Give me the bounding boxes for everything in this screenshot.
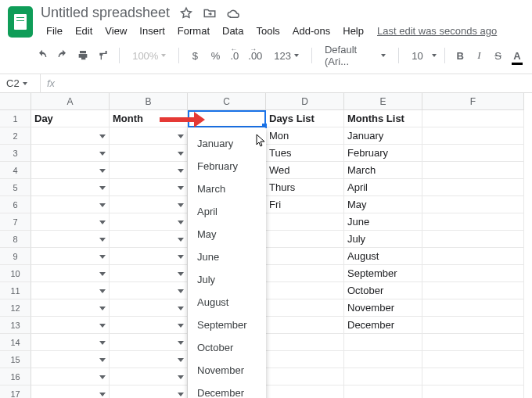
paint-format-button[interactable] bbox=[95, 47, 111, 64]
dropdown-arrow-icon[interactable] bbox=[99, 289, 106, 293]
number-format-select[interactable]: 123 bbox=[269, 50, 304, 62]
menu-format[interactable]: Format bbox=[172, 23, 215, 39]
italic-button[interactable]: I bbox=[472, 47, 486, 64]
decrease-decimal-button[interactable]: .0← bbox=[228, 47, 241, 64]
row-header-1[interactable]: 1 bbox=[0, 110, 31, 127]
dropdown-arrow-icon[interactable] bbox=[99, 203, 106, 207]
dropdown-arrow-icon[interactable] bbox=[99, 341, 106, 345]
cell-B14[interactable] bbox=[110, 334, 188, 351]
row-header-16[interactable]: 16 bbox=[0, 368, 31, 385]
dropdown-arrow-icon[interactable] bbox=[178, 169, 184, 173]
col-header-F[interactable]: F bbox=[422, 93, 524, 110]
dropdown-arrow-icon[interactable] bbox=[99, 169, 106, 173]
cell-F8[interactable] bbox=[422, 231, 524, 248]
font-select[interactable]: Default (Ari... bbox=[320, 44, 390, 67]
cell-F4[interactable] bbox=[422, 162, 524, 179]
dropdown-item[interactable]: May bbox=[188, 223, 266, 246]
dropdown-item[interactable]: June bbox=[188, 246, 266, 268]
menu-data[interactable]: Data bbox=[217, 23, 249, 39]
cell-F16[interactable] bbox=[422, 368, 524, 385]
cell-B13[interactable] bbox=[110, 317, 188, 334]
cell-E14[interactable] bbox=[344, 334, 422, 351]
cell-B5[interactable] bbox=[110, 179, 188, 196]
dropdown-arrow-icon[interactable] bbox=[178, 255, 184, 259]
cell-F3[interactable] bbox=[422, 145, 524, 162]
dropdown-item[interactable]: March bbox=[188, 177, 266, 200]
dropdown-arrow-icon[interactable] bbox=[99, 134, 106, 138]
menu-insert[interactable]: Insert bbox=[134, 23, 171, 39]
dropdown-item[interactable]: April bbox=[188, 200, 266, 223]
dropdown-arrow-icon[interactable] bbox=[99, 358, 106, 362]
cell-E3[interactable]: February bbox=[344, 145, 422, 162]
row-header-12[interactable]: 12 bbox=[0, 299, 31, 317]
row-header-13[interactable]: 13 bbox=[0, 317, 31, 334]
cell-E9[interactable]: August bbox=[344, 248, 422, 265]
dropdown-arrow-icon[interactable] bbox=[178, 152, 184, 156]
cell-B7[interactable] bbox=[110, 213, 188, 231]
document-name[interactable]: Untitled spreadsheet bbox=[41, 5, 170, 21]
dropdown-arrow-icon[interactable] bbox=[178, 238, 184, 242]
dropdown-arrow-icon[interactable] bbox=[99, 152, 106, 156]
dropdown-arrow-icon[interactable] bbox=[99, 221, 106, 224]
row-header-8[interactable]: 8 bbox=[0, 231, 31, 248]
cell-E1[interactable]: Months List bbox=[344, 110, 422, 127]
cell-E2[interactable]: January bbox=[344, 127, 422, 145]
dropdown-item[interactable]: February bbox=[188, 155, 266, 177]
cell-B6[interactable] bbox=[110, 196, 188, 213]
font-size-select[interactable]: 10 bbox=[407, 50, 427, 62]
data-validation-dropdown[interactable]: JanuaryFebruaryMarchAprilMayJuneJulyAugu… bbox=[188, 127, 266, 398]
cell-A17[interactable] bbox=[31, 385, 110, 398]
row-header-10[interactable]: 10 bbox=[0, 265, 31, 282]
cell-E15[interactable] bbox=[344, 351, 422, 368]
cell-D5[interactable]: Thurs bbox=[266, 179, 344, 196]
cell-F11[interactable] bbox=[422, 282, 524, 299]
cell-E12[interactable]: November bbox=[344, 299, 422, 317]
dropdown-arrow-icon[interactable] bbox=[99, 393, 106, 396]
cell-A4[interactable] bbox=[31, 162, 110, 179]
dropdown-item[interactable]: December bbox=[188, 382, 266, 398]
col-header-C[interactable]: C bbox=[188, 93, 266, 110]
text-color-button[interactable]: A bbox=[510, 47, 524, 64]
increase-decimal-button[interactable]: .00→ bbox=[246, 47, 264, 64]
cell-F2[interactable] bbox=[422, 127, 524, 145]
zoom-select[interactable]: 100% bbox=[128, 50, 171, 62]
dropdown-arrow-icon[interactable] bbox=[99, 272, 106, 276]
chevron-down-icon[interactable] bbox=[432, 54, 437, 57]
print-button[interactable] bbox=[75, 47, 91, 64]
cell-E8[interactable]: July bbox=[344, 231, 422, 248]
cell-D9[interactable] bbox=[266, 248, 344, 265]
star-icon[interactable] bbox=[179, 6, 193, 20]
cell-F17[interactable] bbox=[422, 385, 524, 398]
dropdown-arrow-icon[interactable] bbox=[99, 375, 106, 379]
cell-D6[interactable]: Fri bbox=[266, 196, 344, 213]
cell-D13[interactable] bbox=[266, 317, 344, 334]
cell-F9[interactable] bbox=[422, 248, 524, 265]
cell-F14[interactable] bbox=[422, 334, 524, 351]
cell-E16[interactable] bbox=[344, 368, 422, 385]
row-header-2[interactable]: 2 bbox=[0, 127, 31, 145]
cell-D12[interactable] bbox=[266, 299, 344, 317]
dropdown-item[interactable]: November bbox=[188, 359, 266, 382]
dropdown-item[interactable]: July bbox=[188, 268, 266, 291]
cell-D3[interactable]: Tues bbox=[266, 145, 344, 162]
cell-D10[interactable] bbox=[266, 265, 344, 282]
row-header-17[interactable]: 17 bbox=[0, 385, 31, 398]
row-header-6[interactable]: 6 bbox=[0, 196, 31, 213]
dropdown-arrow-icon[interactable] bbox=[99, 255, 106, 259]
cell-B11[interactable] bbox=[110, 282, 188, 299]
dropdown-arrow-icon[interactable] bbox=[178, 134, 184, 138]
cell-B17[interactable] bbox=[110, 385, 188, 398]
currency-button[interactable]: $ bbox=[187, 47, 203, 64]
menu-addons[interactable]: Add-ons bbox=[287, 23, 336, 39]
percent-button[interactable]: % bbox=[207, 47, 223, 64]
cell-F1[interactable] bbox=[422, 110, 524, 127]
cell-A2[interactable] bbox=[31, 127, 110, 145]
cell-B16[interactable] bbox=[110, 368, 188, 385]
cell-F6[interactable] bbox=[422, 196, 524, 213]
cell-E10[interactable]: September bbox=[344, 265, 422, 282]
cell-B10[interactable] bbox=[110, 265, 188, 282]
dropdown-arrow-icon[interactable] bbox=[178, 203, 184, 207]
cell-A8[interactable] bbox=[31, 231, 110, 248]
dropdown-arrow-icon[interactable] bbox=[178, 221, 184, 224]
col-header-A[interactable]: A bbox=[31, 93, 110, 110]
